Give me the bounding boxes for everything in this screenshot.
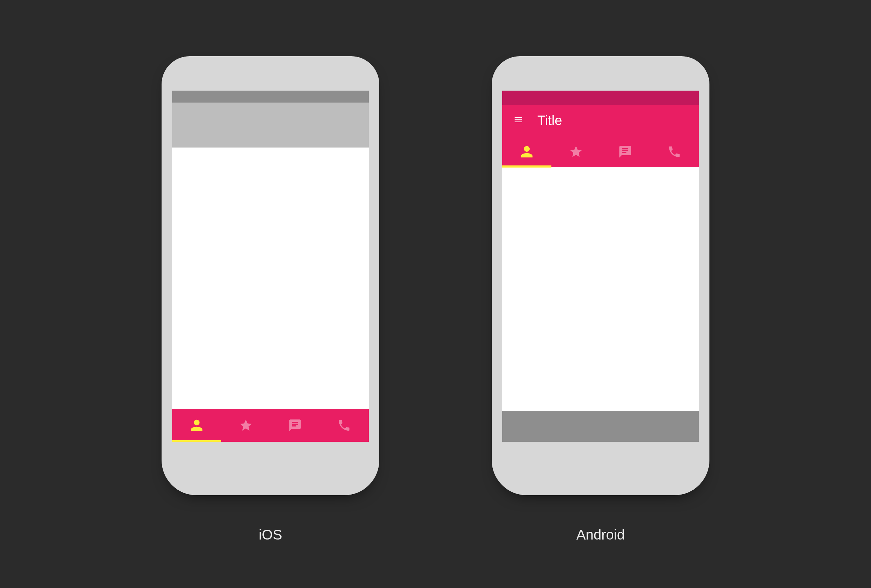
- menu-icon: [512, 115, 525, 125]
- star-icon: [239, 418, 253, 432]
- ios-tab-chat[interactable]: [271, 409, 320, 442]
- android-navigation-bar: [502, 411, 699, 442]
- android-tabs: [502, 136, 699, 167]
- ios-tabbar: [172, 409, 369, 442]
- phone-icon: [667, 145, 681, 159]
- chat-icon: [618, 145, 632, 159]
- ios-tab-phone[interactable]: [320, 409, 369, 442]
- ios-tab-star[interactable]: [221, 409, 271, 442]
- phone-icon: [337, 418, 351, 432]
- android-tab-person[interactable]: [502, 136, 551, 167]
- appbar-title: Title: [537, 113, 562, 128]
- android-statusbar: [502, 91, 699, 105]
- ios-screen: [172, 91, 369, 442]
- comparison-stage: iOS Title: [0, 0, 871, 588]
- android-tab-phone[interactable]: [650, 136, 699, 167]
- android-caption: Android: [576, 527, 625, 543]
- android-device-frame: Title: [492, 56, 709, 495]
- ios-statusbar: [172, 91, 369, 103]
- ios-caption: iOS: [259, 527, 282, 543]
- android-appbar: Title: [502, 105, 699, 136]
- ios-column: iOS: [162, 56, 379, 543]
- ios-content-area: [172, 148, 369, 409]
- person-icon: [520, 145, 534, 159]
- android-column: Title: [492, 56, 709, 543]
- android-tab-chat[interactable]: [600, 136, 650, 167]
- menu-button[interactable]: [512, 115, 525, 126]
- ios-device-frame: [162, 56, 379, 495]
- android-screen: Title: [502, 91, 699, 442]
- android-tab-star[interactable]: [551, 136, 600, 167]
- ios-tab-person[interactable]: [172, 409, 221, 442]
- chat-icon: [288, 418, 302, 432]
- star-icon: [569, 145, 583, 159]
- person-icon: [190, 418, 204, 432]
- ios-toolbar: [172, 103, 369, 148]
- android-content-area: [502, 167, 699, 411]
